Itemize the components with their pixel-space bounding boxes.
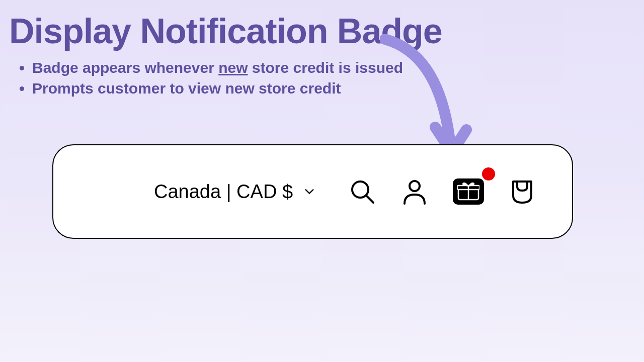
- search-icon: [349, 178, 375, 205]
- svg-line-1: [366, 196, 373, 203]
- bullet-text: Badge appears whenever: [32, 59, 218, 76]
- bag-icon: [509, 178, 535, 205]
- svg-point-2: [410, 181, 420, 191]
- gift-icon: [457, 183, 479, 201]
- notification-badge: [482, 167, 495, 180]
- user-icon: [401, 178, 428, 205]
- search-button[interactable]: [348, 177, 376, 206]
- bullet-underlined-text: new: [218, 59, 248, 76]
- cart-button[interactable]: [508, 177, 536, 206]
- feature-bullet-list: Badge appears whenever new store credit …: [32, 58, 403, 99]
- currency-selector[interactable]: Canada | CAD $: [154, 181, 315, 203]
- chevron-down-icon: [304, 186, 315, 197]
- bullet-item-2: Prompts customer to view new store credi…: [32, 78, 403, 98]
- account-button[interactable]: [400, 177, 429, 206]
- store-credit-button[interactable]: [453, 178, 484, 205]
- currency-label: Canada | CAD $: [154, 181, 293, 203]
- page-title: Display Notification Badge: [9, 11, 442, 51]
- navbar: Canada | CAD $: [52, 144, 573, 239]
- nav-icon-group: [348, 177, 536, 206]
- bullet-item-1: Badge appears whenever new store credit …: [32, 58, 403, 77]
